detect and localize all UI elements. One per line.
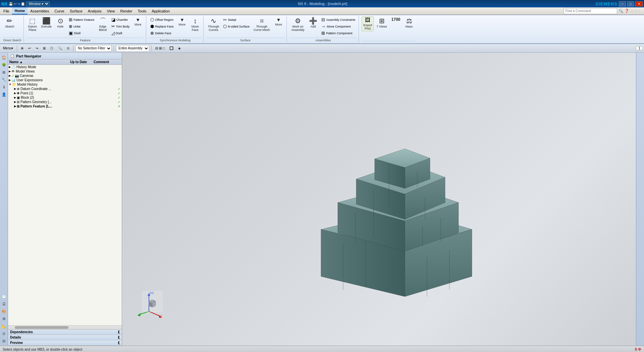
- more-feature-button[interactable]: ▼ More: [132, 16, 144, 27]
- move-face-button[interactable]: ↕ MoveFace: [189, 16, 201, 33]
- menu-application[interactable]: Application: [149, 7, 172, 14]
- left-icon-tools2[interactable]: ⚙: [1, 315, 7, 322]
- toolbar-icon-7[interactable]: ⊙: [65, 46, 71, 51]
- nav-scrollbar[interactable]: [8, 325, 122, 329]
- more-sync-button[interactable]: ▼ More: [176, 16, 188, 27]
- hole-button[interactable]: ⊙ Hole: [54, 16, 66, 29]
- tree-item-cameras[interactable]: ▶ ✓ 📷 Cameras: [8, 74, 122, 78]
- expand-point[interactable]: ▶: [14, 92, 16, 95]
- draft-button[interactable]: ◿ Draft: [110, 30, 131, 36]
- left-icon-palette[interactable]: 🎨: [1, 308, 7, 315]
- tree-item-datum[interactable]: ▶ ⊕ Datum Coordinate ... ✓: [8, 87, 122, 91]
- expand-block[interactable]: ▶: [14, 96, 16, 99]
- menu-view[interactable]: View: [104, 7, 118, 14]
- work-on-assembly-button[interactable]: ⚙ Work onAssembly: [289, 16, 306, 33]
- menu-assemblies[interactable]: Assemblies: [28, 7, 52, 14]
- dependencies-collapse-icon[interactable]: ⟪: [118, 330, 120, 334]
- left-icon-tree[interactable]: 🌳: [1, 61, 7, 68]
- expand-cameras[interactable]: ▶: [9, 74, 11, 77]
- menu-dropdown-button[interactable]: Menu▾: [1, 46, 15, 51]
- preview-header[interactable]: Preview ⟪: [8, 340, 122, 345]
- swept-button[interactable]: ∾ Swept: [222, 16, 251, 23]
- left-icon-list[interactable]: ☰: [1, 301, 7, 307]
- shell-button[interactable]: ▣ Shell: [67, 30, 96, 36]
- move-component-button[interactable]: ↔ Move Component: [320, 23, 357, 30]
- toolbar-icon-4[interactable]: ⊞: [41, 46, 47, 51]
- selection-filter-dropdown[interactable]: No Selection Filter: [75, 45, 112, 52]
- unite-button[interactable]: ⊕ Unite: [67, 23, 96, 30]
- dependencies-header[interactable]: Dependencies ⟪: [8, 329, 122, 335]
- toolbar-number-input[interactable]: 1: [636, 46, 643, 50]
- tree-item-historymode[interactable]: ▶ 🕐 History Mode: [8, 65, 122, 69]
- expand-patternfeature[interactable]: ▶: [14, 105, 16, 108]
- toolbar-snap[interactable]: 🔲: [168, 46, 175, 51]
- details-header[interactable]: Details ⟪: [8, 335, 122, 340]
- tree-item-modelhistory[interactable]: ▼ 📁 Model History: [8, 82, 122, 87]
- menu-analysis[interactable]: Analysis: [85, 7, 104, 14]
- chamfer-button[interactable]: ◪ Chamfer: [110, 16, 131, 23]
- view-cube[interactable]: TOP: [142, 291, 162, 312]
- more-surface-button[interactable]: ▼ More: [272, 16, 284, 27]
- seven-views-button[interactable]: ⊞ 7 Views: [375, 16, 388, 29]
- menu-curve[interactable]: Curve: [52, 7, 67, 14]
- export-png-button[interactable]: 🖼 ExportPNG: [362, 16, 374, 31]
- n-sided-button[interactable]: ⬡ N-sided Surface: [222, 23, 251, 30]
- delete-face-button[interactable]: ⊗ Delete Face: [149, 30, 175, 36]
- close-button[interactable]: ✕: [635, 1, 643, 6]
- left-icon-snap2[interactable]: ⊙: [1, 330, 7, 337]
- details-collapse-icon[interactable]: ⟪: [118, 336, 120, 339]
- replace-face-button[interactable]: ⬢ Replace Face: [149, 23, 175, 30]
- maximize-button[interactable]: □: [627, 1, 634, 6]
- toolbar-icon-1[interactable]: ⊕: [19, 46, 25, 51]
- tree-item-patternfeature[interactable]: ▶ ⊞ Pattern Feature [L... ✓: [8, 104, 122, 108]
- left-icon-grid[interactable]: ⊟: [1, 338, 7, 344]
- tree-item-modelviews[interactable]: ▶ 👁 Model Views: [8, 69, 122, 74]
- left-icon-measure[interactable]: 📐: [1, 323, 7, 329]
- expand-modelhistory[interactable]: ▼: [9, 83, 11, 86]
- through-curve-mesh-button[interactable]: ⌗ ThroughCurve Mesh: [252, 16, 272, 33]
- menu-surface[interactable]: Surface: [67, 7, 85, 14]
- n1700-button[interactable]: 1700: [390, 16, 402, 23]
- extrude-button[interactable]: ⬛ Extrude: [40, 16, 53, 29]
- nav-scrollbar-thumb[interactable]: [15, 326, 68, 329]
- help-icon[interactable]: ❓: [625, 9, 629, 13]
- left-icon-properties[interactable]: ℹ: [1, 84, 7, 90]
- menu-render[interactable]: Render: [117, 7, 135, 14]
- left-icon-home[interactable]: 🏠: [1, 54, 7, 61]
- expand-patterngeom[interactable]: ▶: [14, 100, 16, 103]
- offset-region-button[interactable]: ⬡ Offset Region: [149, 16, 175, 23]
- toolbar-view-icons[interactable]: ⊟ ⊞ □: [154, 46, 166, 51]
- preview-collapse-icon[interactable]: ⟪: [118, 341, 120, 345]
- search-input[interactable]: [564, 8, 617, 14]
- expand-modelviews[interactable]: ▶: [9, 70, 11, 73]
- tree-item-patterngeom[interactable]: ▶ ⊞ Pattern Geometry [... ✓: [8, 100, 122, 104]
- assembly-dropdown[interactable]: Entire Assembly: [116, 45, 149, 52]
- left-icon-assembly[interactable]: 🔧: [1, 76, 7, 83]
- pattern-component-button[interactable]: ⊞ Pattern Component: [320, 30, 357, 36]
- expand-historymode[interactable]: ▶: [9, 65, 11, 69]
- expand-datum[interactable]: ▶: [14, 87, 16, 90]
- tree-item-block[interactable]: ▶ ▣ Block (2) ✓: [8, 95, 122, 100]
- mass-button[interactable]: ⚖ Mass: [403, 16, 415, 29]
- add-button[interactable]: ➕ Add: [307, 16, 319, 29]
- left-icon-layers[interactable]: ⊞: [1, 69, 7, 76]
- tree-item-point[interactable]: ▶ ✚ Point (1) ✓: [8, 91, 122, 95]
- viewport[interactable]: ZG XC TOP: [122, 53, 636, 346]
- datum-plane-button[interactable]: ⬚ DatumPlane: [26, 16, 39, 33]
- tree-item-userexpressions[interactable]: ▶ 📊 User Expressions: [8, 78, 122, 82]
- search-icon[interactable]: 🔍: [619, 9, 623, 13]
- minimize-button[interactable]: ─: [619, 1, 626, 6]
- menu-tools[interactable]: Tools: [135, 7, 149, 14]
- toolbar-icon-5[interactable]: ⬡: [49, 46, 55, 51]
- trim-body-button[interactable]: ✂ Trim Body: [110, 23, 131, 30]
- toolbar-icon-2[interactable]: ↩: [26, 46, 33, 51]
- through-curves-button[interactable]: ∿ ThroughCurves: [206, 16, 221, 33]
- toolbar-render-mode[interactable]: ◈: [176, 46, 182, 51]
- left-icon-history[interactable]: 🕐: [1, 293, 7, 300]
- window-menu[interactable]: Window ▾: [26, 1, 50, 6]
- edge-blend-button[interactable]: ⌒ EdgeBlend: [97, 16, 109, 33]
- toolbar-icon-3[interactable]: ↪: [34, 46, 40, 51]
- left-icon-roles[interactable]: 👤: [1, 91, 7, 98]
- pattern-feature-button[interactable]: ⊞ Pattern Feature: [67, 16, 96, 23]
- toolbar-icon-6[interactable]: 🔍: [56, 46, 64, 51]
